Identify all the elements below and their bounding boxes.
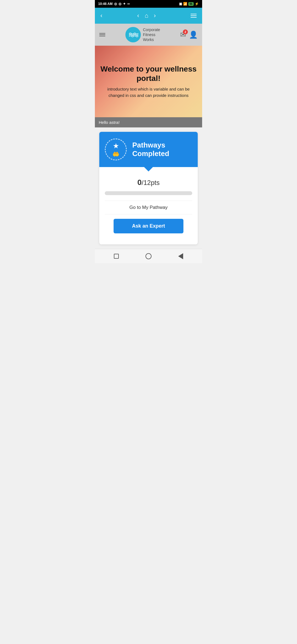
home-button[interactable]: ⌂ [145, 12, 148, 19]
sidebar-toggle[interactable] [99, 33, 105, 36]
mail-button[interactable]: ✉ 2 [180, 31, 186, 39]
time: 10:46 AM [98, 2, 112, 6]
back-button[interactable]: ‹ [100, 12, 102, 19]
charging-icon: ⚡ [195, 2, 199, 6]
menu-button[interactable] [191, 14, 197, 18]
card-section: ★ 🤲 PathwaysCompleted 0/12pts Go to My P… [95, 127, 202, 249]
back-arrow[interactable]: ‹ [137, 12, 139, 19]
pathways-title: PathwaysCompleted [132, 141, 169, 158]
nav-center: ‹ ⌂ › [137, 12, 156, 19]
star-icon: ★ [113, 142, 119, 150]
camera-icon: ◎ [119, 2, 121, 6]
hello-bar: Hello astra! [95, 117, 202, 127]
home-circle-button[interactable] [144, 251, 153, 261]
header-right: ✉ 2 👤 [180, 31, 198, 39]
goto-pathway-link[interactable]: Go to My Pathway [105, 201, 192, 214]
app-logo: Corporate Fitness Works [125, 27, 160, 42]
logo-waves-svg [128, 29, 139, 40]
logo-text: Corporate Fitness Works [143, 27, 160, 42]
points-display: 0/12pts [105, 178, 192, 187]
app-header: Corporate Fitness Works ✉ 2 👤 [95, 24, 202, 46]
pathways-header: ★ 🤲 PathwaysCompleted [99, 132, 198, 167]
mail-badge: 2 [183, 29, 188, 34]
status-bar: 10:46 AM ◎ ◎ ✦ •• ▣ 📶 96 ⚡ [95, 0, 202, 8]
screen-icon: ▣ [179, 2, 182, 6]
ask-expert-button[interactable]: Ask an Expert [114, 219, 183, 233]
badge-icon: ★ 🤲 [105, 138, 127, 160]
points-total: /12pts [142, 179, 160, 186]
status-right: ▣ 📶 96 ⚡ [179, 2, 199, 6]
hero-content: Welcome to your wellness portal! introdu… [95, 59, 202, 104]
hero-title: Welcome to your wellness portal! [100, 64, 197, 83]
user-profile-button[interactable]: 👤 [189, 31, 198, 39]
back-triangle-button[interactable] [176, 251, 186, 261]
circle-icon [145, 253, 152, 259]
location-icon: ◎ [114, 2, 117, 6]
progress-bar [105, 191, 192, 195]
square-icon [114, 254, 119, 259]
status-left: 10:46 AM ◎ ◎ ✦ •• [98, 2, 130, 6]
app-icon: ✦ [123, 2, 126, 6]
hero-banner: Welcome to your wellness portal! introdu… [95, 46, 202, 117]
hello-text: Hello astra! [99, 120, 120, 125]
stop-button[interactable] [111, 251, 121, 261]
card-body: 0/12pts Go to My Pathway Ask an Expert [99, 171, 198, 244]
hero-subtitle: introductory text which is variable and … [100, 86, 197, 99]
logo-circle [125, 27, 141, 42]
forward-arrow[interactable]: › [154, 12, 156, 19]
dots: •• [127, 2, 130, 6]
hand-icon: 🤲 [112, 151, 119, 157]
bottom-nav [95, 249, 202, 263]
wifi-icon: 📶 [183, 2, 187, 6]
badge-icon-inner: ★ 🤲 [112, 142, 119, 157]
battery: 96 [188, 2, 194, 6]
points-current: 0 [138, 178, 142, 187]
pathways-card: ★ 🤲 PathwaysCompleted 0/12pts Go to My P… [99, 132, 198, 244]
triangle-icon [178, 253, 183, 259]
nav-bar: ‹ ‹ ⌂ › [95, 8, 202, 24]
